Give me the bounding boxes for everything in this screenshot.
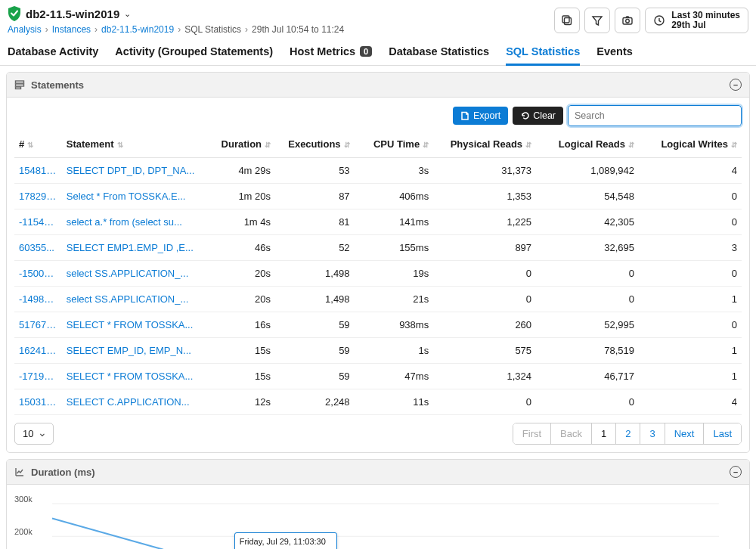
timerange-button[interactable]: Last 30 minutes 29th Jul [645,8,748,33]
tab-activity-grouped[interactable]: Activity (Grouped Statements) [115,45,273,65]
table-row: 150310...SELECT C.APPLICATION...12s2,248… [14,389,742,415]
statements-table: #⇅ Statement⇅ Duration⇵ Executions⇵ CPU … [14,132,742,415]
col-executions[interactable]: Executions⇵ [275,132,355,158]
row-duration: 12s [204,389,275,415]
svg-point-3 [626,19,630,23]
col-duration[interactable]: Duration⇵ [204,132,275,158]
col-lreads[interactable]: Logical Reads⇵ [536,132,639,158]
pager: First Back 1 2 3 Next Last [513,423,742,445]
row-id[interactable]: -15004... [14,261,62,287]
row-logical-writes: 3 [639,235,742,261]
col-lwrites[interactable]: Logical Writes⇵ [639,132,742,158]
row-id[interactable]: 178299... [14,184,62,209]
row-statement[interactable]: SELECT C.APPLICATION... [62,389,204,415]
row-id[interactable]: 60355... [14,235,62,261]
instance-selector[interactable]: db2-11.5-win2019 ⌄ [8,6,344,21]
row-statement[interactable]: select SS.APPLICATION_... [62,287,204,312]
table-row: -14984...select SS.APPLICATION_...20s1,4… [14,287,742,312]
breadcrumb: Analysis › Instances › db2-11.5-win2019 … [8,24,344,35]
tab-host-metrics[interactable]: Host Metrics 0 [290,45,372,65]
collapse-statements-button[interactable]: – [730,79,742,91]
row-statement[interactable]: select a.* from (select su... [62,209,204,235]
copy-button[interactable] [554,8,580,33]
tab-database-statistics[interactable]: Database Statistics [389,45,489,65]
pager-page-1[interactable]: 1 [592,423,616,444]
statements-title: Statements [31,79,84,91]
pager-page-3[interactable]: 3 [640,423,665,444]
row-statement[interactable]: SELECT DPT_ID, DPT_NA... [62,158,204,184]
col-preads[interactable]: Physical Reads⇵ [433,132,536,158]
instance-name: db2-11.5-win2019 [26,8,119,20]
svg-rect-6 [16,84,24,86]
search-input[interactable] [568,105,742,126]
row-id[interactable]: 150310... [14,389,62,415]
table-row: 154814...SELECT DPT_ID, DPT_NA...4m 29s5… [14,158,742,184]
tooltip-header: Friday, Jul 29, 11:03:30 [240,536,332,547]
row-id[interactable]: 162410... [14,338,62,364]
row-id[interactable]: 517674... [14,312,62,338]
row-cpu: 47ms [355,364,434,389]
row-statement[interactable]: SELECT EMP1.EMP_ID ,E... [62,235,204,261]
row-logical-writes: 0 [639,209,742,235]
tab-host-metrics-label: Host Metrics [290,45,355,57]
clear-label: Clear [533,110,556,121]
chart-icon [14,467,25,477]
row-id[interactable]: -11544... [14,209,62,235]
row-executions: 81 [275,209,355,235]
table-row: -17191...SELECT * FROM TOSSKA...15s5947m… [14,364,742,389]
row-logical-reads: 0 [536,389,639,415]
table-row: 60355...SELECT EMP1.EMP_ID ,E...46s52155… [14,235,742,261]
row-duration: 1m 20s [204,184,275,209]
statements-icon [14,79,25,90]
tab-sql-statistics[interactable]: SQL Statistics [506,45,580,65]
breadcrumb-instances[interactable]: Instances [52,24,91,35]
tab-database-activity[interactable]: Database Activity [8,45,98,65]
duration-chart[interactable]: Friday, Jul 29, 11:03:30 ● Duration (ms)… [14,492,742,549]
tab-host-metrics-badge: 0 [360,46,372,57]
tab-events[interactable]: Events [596,45,633,65]
pager-back[interactable]: Back [551,423,592,444]
col-statement[interactable]: Statement⇅ [62,132,204,158]
row-executions: 59 [275,312,355,338]
filter-button[interactable] [584,8,610,33]
row-id[interactable]: -17191... [14,364,62,389]
row-physical-reads: 1,353 [433,184,536,209]
row-cpu: 21s [355,287,434,312]
row-logical-reads: 42,305 [536,209,639,235]
row-id[interactable]: 154814... [14,158,62,184]
row-cpu: 406ms [355,184,434,209]
row-duration: 15s [204,338,275,364]
row-statement[interactable]: SELECT * FROM TOSSKA... [62,364,204,389]
pager-last[interactable]: Last [704,423,741,444]
duration-panel: Duration (ms) – Friday, Jul 29, 11:03:30… [6,459,750,549]
row-logical-reads: 78,519 [536,338,639,364]
export-button[interactable]: Export [453,107,508,125]
svg-rect-1 [562,16,569,23]
row-statement[interactable]: SELECT * FROM TOSSKA... [62,312,204,338]
svg-rect-7 [16,87,21,89]
page-size-select[interactable]: 10 [14,423,54,445]
table-row: 517674...SELECT * FROM TOSSKA...16s59938… [14,312,742,338]
table-row: 162410...SELECT EMP_ID, EMP_N...15s591s5… [14,338,742,364]
row-statement[interactable]: SELECT EMP_ID, EMP_N... [62,338,204,364]
row-id[interactable]: -14984... [14,287,62,312]
row-duration: 1m 4s [204,209,275,235]
row-statement[interactable]: select SS.APPLICATION_... [62,261,204,287]
y-tick-label: 200k [14,527,33,536]
chart-tooltip: Friday, Jul 29, 11:03:30 ● Duration (ms)… [234,532,337,550]
pager-page-2[interactable]: 2 [616,423,640,444]
pager-next[interactable]: Next [665,423,705,444]
camera-button[interactable] [615,8,640,33]
row-statement[interactable]: Select * From TOSSKA.E... [62,184,204,209]
row-executions: 59 [275,364,355,389]
pager-first[interactable]: First [513,423,551,444]
collapse-duration-button[interactable]: – [730,466,742,478]
row-logical-reads: 52,995 [536,312,639,338]
breadcrumb-analysis[interactable]: Analysis [8,24,42,35]
row-physical-reads: 575 [433,338,536,364]
col-cpu[interactable]: CPU Time⇵ [355,132,434,158]
breadcrumb-instance[interactable]: db2-11.5-win2019 [101,24,174,35]
col-id[interactable]: #⇅ [14,132,62,158]
row-cpu: 3s [355,158,434,184]
clear-button[interactable]: Clear [513,107,563,125]
